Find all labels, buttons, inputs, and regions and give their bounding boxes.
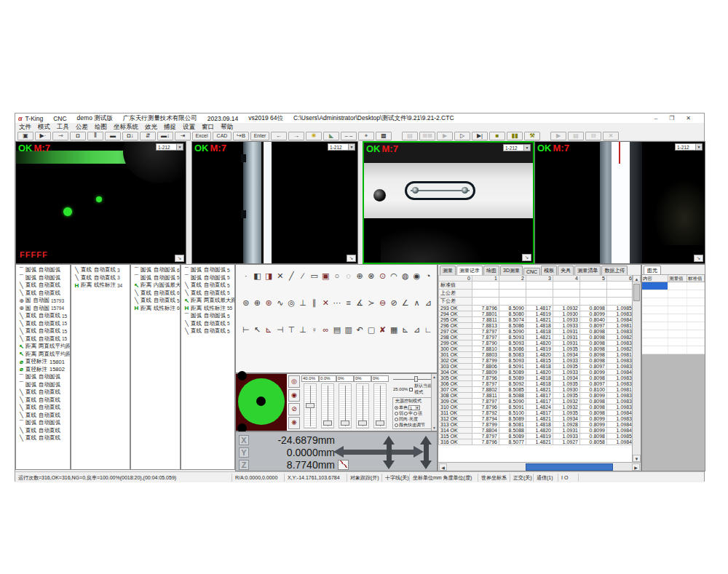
run-once-button[interactable]: ▷ — [454, 132, 470, 140]
table-cell[interactable]: 0.8040 — [580, 317, 607, 323]
menu-item[interactable]: 公差 — [76, 123, 88, 132]
table-cell[interactable]: 1.4819 — [526, 346, 553, 352]
table-row[interactable]: 316 OK7.87968.50771.48211.09270.80581.09… — [439, 439, 634, 445]
measure-tool-icon[interactable]: ⊥ — [297, 324, 309, 335]
measure-tool-icon[interactable]: ○ — [331, 271, 343, 282]
table-cell[interactable]: 7.8797 — [472, 335, 499, 340]
table-cell[interactable]: 7.8802 — [472, 387, 499, 393]
table-cell[interactable]: 1.0932 — [553, 306, 580, 311]
measure-tool-icon[interactable]: ▤ — [331, 324, 343, 335]
table-row[interactable]: 294 OK7.88018.50801.48191.09300.80991.09… — [439, 311, 634, 317]
list-item[interactable]: ╲直线自动直线6 — [131, 290, 180, 298]
measure-tool-icon[interactable]: ∿ — [274, 298, 286, 308]
table-cell[interactable]: 1.4817 — [526, 306, 553, 311]
edge-tool-button[interactable]: ◘ — [70, 132, 86, 140]
table-cell[interactable] — [668, 338, 687, 346]
table-cell[interactable]: 1.4818 — [526, 364, 553, 370]
measure-tool-icon[interactable]: ∡ — [354, 298, 365, 308]
list-item[interactable]: ⊕圆自动圆15793 — [16, 297, 70, 305]
table-cell[interactable]: 1.0985 — [607, 434, 634, 439]
table-cell[interactable]: 1.0984 — [607, 422, 634, 428]
table-row[interactable]: 310 OK7.87968.50911.48241.09320.80981.09… — [439, 404, 634, 410]
table-cell[interactable]: 0.8098 — [580, 340, 607, 346]
camera-view-1[interactable]: OKM:7 FFFFF 1-212▼ ↘ — [15, 141, 186, 264]
slider-thumb[interactable] — [341, 420, 349, 426]
row-label[interactable]: 301 OK — [439, 352, 472, 358]
list-item[interactable]: ╲直线自动直线5 — [131, 297, 180, 305]
tab-绘图[interactable]: 绘图 — [483, 266, 499, 275]
quick-color-radio[interactable] — [395, 423, 398, 427]
table-cell[interactable]: 8.5089 — [499, 370, 526, 375]
table-cell[interactable]: 0.8098 — [580, 306, 607, 311]
table-row[interactable]: 293 OK7.87968.50901.48171.09320.80981.09… — [439, 306, 634, 311]
slider-thumb[interactable] — [358, 420, 367, 426]
table-cell[interactable]: 0.8098 — [580, 404, 607, 410]
table-cell[interactable]: 1.4819 — [526, 311, 553, 317]
table-cell[interactable]: 1.0931 — [553, 428, 580, 434]
table-cell[interactable]: 1.0932 — [553, 404, 580, 410]
list-item[interactable]: ↖距离两直线平均距 — [16, 343, 70, 351]
table-cell[interactable]: 1.4821 — [526, 439, 553, 445]
row-label[interactable]: 299 OK — [439, 340, 472, 346]
table-cell[interactable]: 1.0983 — [607, 416, 634, 422]
table-cell[interactable]: 0.8099 — [580, 370, 607, 375]
table-cell[interactable]: 8.5093 — [499, 340, 526, 346]
table-cell[interactable] — [668, 346, 687, 354]
list-item[interactable]: ╲直线自动直线 — [16, 388, 70, 396]
menu-item[interactable]: 工具 — [57, 123, 69, 132]
measure-tool-icon[interactable]: ▭ — [309, 271, 320, 282]
table-cell[interactable] — [687, 346, 705, 354]
light-scrollbar[interactable]: ▲▼ — [431, 374, 437, 431]
table-cell[interactable]: 0.8097 — [580, 323, 607, 329]
x-axis-button[interactable]: X — [239, 435, 249, 445]
measure-tool-icon[interactable]: ◎ — [286, 298, 298, 308]
batch-button[interactable]: ⊞⊞ — [419, 132, 435, 140]
title-bar[interactable]: α T-King CNC demo 测试版 广东天行测量技术有限公司 2023.… — [15, 113, 704, 123]
slider-thumb[interactable] — [306, 403, 314, 408]
table-cell[interactable] — [553, 290, 580, 298]
table-row[interactable] — [642, 298, 705, 306]
chevron-down-icon[interactable]: ▼ — [523, 145, 530, 151]
sync-brightness-radio[interactable] — [395, 418, 398, 421]
measure-tool-icon[interactable]: ▣ — [320, 271, 331, 282]
measure-tool-icon[interactable]: ✕ — [274, 271, 286, 282]
table-cell[interactable]: 1.0984 — [607, 428, 634, 434]
measure-tool-icon[interactable]: ∕ — [297, 271, 309, 282]
focus-tool-button[interactable]: ◘↓ — [122, 132, 138, 140]
list-item[interactable]: H距离线性标注55 — [181, 305, 234, 313]
table-horizontal-scrollbar[interactable]: ◀ ▶ — [438, 462, 641, 471]
light-segment-button[interactable]: ◎ — [288, 375, 300, 388]
resize-icon[interactable]: ↘ — [347, 255, 356, 262]
table-cell[interactable]: 7.8810 — [472, 346, 499, 352]
table-cell[interactable]: 1.0933 — [553, 370, 580, 375]
chevron-down-icon[interactable]: ▼ — [348, 144, 355, 150]
measure-tool-icon[interactable]: ⊘ — [388, 298, 400, 308]
table-cell[interactable]: 8.5086 — [499, 346, 526, 352]
table-cell[interactable]: 1.4820 — [526, 340, 553, 346]
table-row[interactable]: 302 OK7.87998.50931.48151.09330.80981.09… — [439, 358, 634, 364]
table-cell[interactable]: 1.4815 — [526, 358, 553, 364]
measure-tool-icon[interactable]: ⊕ — [354, 271, 365, 282]
table-cell[interactable]: 1.0983 — [607, 311, 634, 317]
measure-tool-icon[interactable]: ∧ — [411, 298, 423, 308]
tab-CNC[interactable]: CNC — [523, 268, 540, 275]
table-vertical-scrollbar[interactable]: ▲ ▼ — [632, 275, 641, 462]
table-cell[interactable]: 1.0933 — [553, 323, 580, 329]
table-cell[interactable]: 1.0935 — [553, 410, 580, 416]
ring-light-control[interactable] — [236, 374, 287, 431]
table-cell[interactable]: 1.4818 — [526, 381, 553, 387]
menu-item[interactable]: 效光 — [145, 123, 157, 132]
table-cell[interactable] — [642, 330, 668, 338]
list-item[interactable]: ╲直线自动直线 — [16, 412, 70, 420]
table-cell[interactable]: 8.5081 — [499, 422, 526, 428]
row-label[interactable]: 313 OK — [439, 422, 472, 428]
resize-icon[interactable]: ↘ — [522, 254, 531, 261]
measure-tool-icon[interactable]: ◧ — [252, 271, 264, 282]
list-item[interactable]: ⌒圆弧自动圆弧5 — [181, 312, 234, 320]
table-cell[interactable]: 7.8799 — [472, 358, 499, 364]
table-cell[interactable] — [472, 298, 499, 306]
table-cell[interactable]: 0.8098 — [580, 410, 607, 416]
table-cell[interactable] — [526, 282, 553, 290]
table-cell[interactable]: 0.8097 — [580, 381, 607, 387]
table-row[interactable]: 315 OK7.87978.50891.48191.09330.80981.09… — [439, 434, 634, 439]
